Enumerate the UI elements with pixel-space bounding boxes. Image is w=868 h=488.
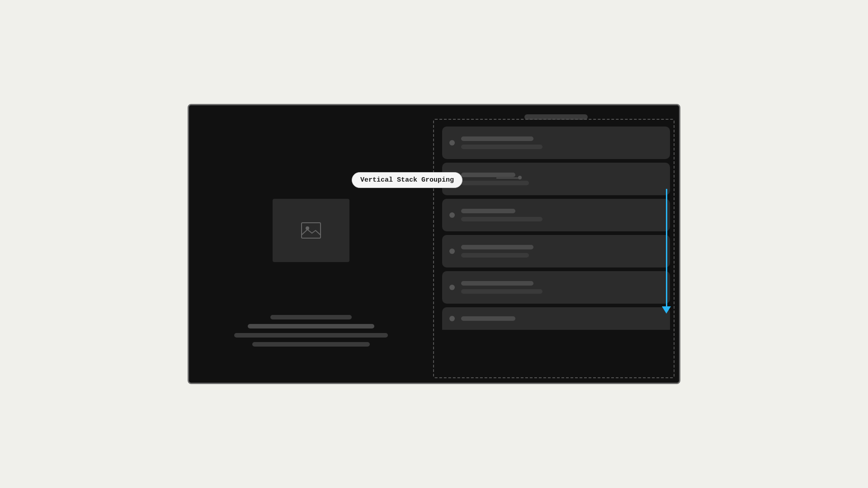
list-item-content: [461, 245, 663, 258]
text-bar-long: [234, 333, 388, 338]
svg-rect-0: [302, 223, 321, 238]
list-item: [442, 235, 670, 267]
list-item-bar-primary: [461, 316, 515, 321]
image-icon: [301, 222, 321, 239]
list-item-bar-primary: [461, 281, 533, 286]
list-item-bar-secondary: [461, 289, 542, 294]
list-item-bar-secondary: [461, 217, 542, 221]
text-bar-short: [270, 315, 352, 319]
list-item-bar-secondary: [461, 181, 529, 185]
tooltip-text: Vertical Stack Grouping: [360, 176, 454, 184]
left-text-lines: [234, 315, 388, 347]
list-item-bar-primary: [461, 209, 515, 213]
right-panel: [433, 105, 679, 383]
list-item: [442, 163, 670, 195]
list-item-dot: [449, 212, 455, 218]
text-bar-medium: [248, 324, 374, 328]
list-item-bar-primary: [461, 245, 533, 249]
list-item: [442, 271, 670, 304]
list-item-bar-secondary: [461, 253, 529, 258]
list-item-dot: [449, 316, 455, 321]
list-item-content: [461, 281, 663, 294]
list-container: [433, 124, 679, 332]
list-item-partial: [442, 307, 670, 330]
list-item-bar-primary: [461, 136, 533, 141]
vertical-arrow: [662, 189, 671, 314]
list-item: [442, 127, 670, 159]
list-item-dot: [449, 249, 455, 254]
image-placeholder: [273, 199, 349, 262]
list-item: [442, 199, 670, 231]
list-item-dot: [449, 285, 455, 290]
top-bar-container: [433, 105, 679, 124]
list-item-dot: [449, 140, 455, 145]
list-item-content: [461, 316, 663, 321]
tooltip-connector-line: [496, 178, 520, 178]
list-item-content: [461, 136, 663, 149]
tooltip-connector-dot: [518, 176, 522, 179]
list-item-content: [461, 173, 663, 185]
tooltip-label: Vertical Stack Grouping: [352, 172, 462, 188]
text-bar-med2: [252, 342, 370, 347]
list-item-bar-primary: [461, 173, 515, 177]
list-item-bar-secondary: [461, 145, 542, 149]
list-item-content: [461, 209, 663, 221]
main-frame: Vertical Stack Grouping: [188, 104, 680, 384]
arrow-line: [666, 189, 667, 306]
arrow-head: [662, 306, 671, 314]
top-header-bar: [524, 114, 588, 120]
left-panel: [189, 105, 433, 383]
